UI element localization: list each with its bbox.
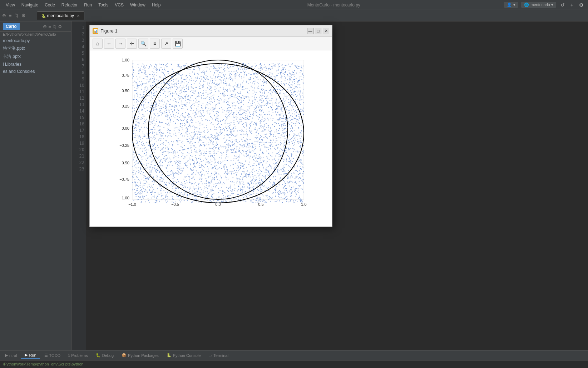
sidebar-globe-icon[interactable]: ⊕ [43,24,47,29]
bottom-tabs: ▶ ntrol ▶ Run ☰ TODO ℹ Problems 🐛 Debug … [0,350,588,360]
figure-plot-area: 1.00 0.75 0.50 0.25 0.00 −0.25 −0.50 −0.… [90,50,332,227]
bottom-tab-python-packages-label: Python Packages [128,353,159,358]
menubar-left: View Navigate Code Refactor Run Tools VC… [3,1,163,9]
main-layout: Carlo ⊕ ≡ ⇅ ⚙ — E:\PythonWork\Temp\Mento… [0,21,588,350]
control-icon: ▶ [5,353,8,358]
refresh-icon[interactable]: ↺ [559,1,566,9]
figure-titlebar: 📊 Figure 1 — □ ✕ [90,25,332,37]
figure-title-left: 📊 Figure 1 [93,28,118,34]
figure-toolbar: ⌂ ← → ✛ 🔍 ≡ ↗ 💾 [90,37,332,50]
bottom-tab-control-label: ntrol [9,353,17,358]
menu-view[interactable]: View [3,1,18,9]
menu-help[interactable]: Help [149,1,164,9]
tab-file-icon: 🐍 [41,14,46,18]
plot-canvas [111,60,311,224]
bottom-tab-python-console[interactable]: 🐍 Python Console [163,352,204,359]
bottom-tab-problems[interactable]: ℹ Problems [65,352,91,359]
plus-icon[interactable]: + [569,1,575,9]
figure-scale-button[interactable]: ↗ [161,39,171,49]
sidebar-item-mentocarlo[interactable]: mentocarlo.py [0,37,71,44]
python-console-icon: 🐍 [167,353,172,358]
python-packages-icon: 📦 [122,353,127,358]
bottom-content: \PythonWork\Temp\python_env\Scripts\pyth… [0,360,588,368]
app-title: MentoCarlo - mentocarlo.py [307,3,360,8]
line-numbers: 12345 678910 1112131415 1617181920 21222… [71,21,86,350]
bottom-tab-control[interactable]: ▶ ntrol [1,352,20,359]
terminal-icon: ▭ [208,353,212,358]
run-icon: ▶ [25,353,28,357]
bottom-tab-run-label: Run [29,353,36,357]
bottom-panel: ▶ ntrol ▶ Run ☰ TODO ℹ Problems 🐛 Debug … [0,350,588,368]
menubar: View Navigate Code Refactor Run Tools VC… [0,0,588,10]
menu-tools[interactable]: Tools [95,1,111,9]
figure-save-button[interactable]: 💾 [173,39,183,49]
tab-ctrl-minus[interactable]: — [28,12,34,19]
sidebar-minus-icon[interactable]: — [64,24,68,29]
sidebar-list-icon[interactable]: ≡ [48,24,51,29]
terminal-path: \PythonWork\Temp\python_env\Scripts\pyth… [3,362,83,366]
sidebar-split-icon[interactable]: ⇅ [53,24,56,29]
bottom-tab-debug[interactable]: 🐛 Debug [92,352,117,359]
project-label: mentocarlo ▾ [530,3,553,7]
figure-maximize-button[interactable]: □ [315,28,321,34]
project-globe-icon: 🌐 [524,3,529,7]
plot-container: 1.00 0.75 0.50 0.25 0.00 −0.25 −0.50 −0.… [111,56,311,221]
figure-win-controls: — □ ✕ [307,28,329,34]
figure-close-button[interactable]: ✕ [323,28,329,34]
tabbar: ⊕ ≡ ⇅ ⚙ — 🐍 mentocarlo.py ✕ [0,10,588,21]
sidebar-header-icons: ⊕ ≡ ⇅ ⚙ — [43,24,68,29]
figure-forward-button[interactable]: → [115,39,125,49]
menu-window[interactable]: Window [127,1,148,9]
sidebar-item-pptx1[interactable]: 特卡洛.pptx [0,44,71,53]
figure-zoom-button[interactable]: 🔍 [138,39,148,49]
tab-ctrl-split[interactable]: ⇅ [14,12,19,19]
menu-code[interactable]: Code [42,1,58,9]
account-button[interactable]: 👤 ▾ [504,2,518,8]
sidebar: Carlo ⊕ ≡ ⇅ ⚙ — E:\PythonWork\Temp\Mento… [0,21,71,350]
bottom-tab-problems-label: Problems [71,353,88,358]
bottom-tab-terminal-label: Terminal [213,353,228,358]
figure-pan-button[interactable]: ✛ [127,39,137,49]
sidebar-header: Carlo ⊕ ≡ ⇅ ⚙ — [0,21,71,32]
figure-minimize-button[interactable]: — [307,28,313,34]
figure-home-button[interactable]: ⌂ [93,39,103,49]
tab-ctrl-globe[interactable]: ⊕ [1,12,7,19]
bottom-tab-python-console-label: Python Console [173,353,201,358]
project-button[interactable]: 🌐 mentocarlo ▾ [521,2,556,8]
bottom-tab-terminal[interactable]: ▭ Terminal [205,352,232,359]
tab-label: mentocarlo.py [47,13,74,18]
figure-title-label: Figure 1 [100,28,118,34]
editor-area: 12345 678910 1112131415 1617181920 21222… [71,21,588,350]
sidebar-item-consoles[interactable]: es and Consoles [0,68,71,75]
bottom-tab-run[interactable]: ▶ Run [21,352,40,359]
sidebar-gear-icon[interactable]: ⚙ [58,24,62,29]
sidebar-item-pptx2[interactable]: 卡洛.pptx [0,53,71,61]
figure-back-button[interactable]: ← [104,39,114,49]
tab-close-icon[interactable]: ✕ [77,14,80,18]
tab-ctrl-list[interactable]: ≡ [8,12,13,19]
bottom-tab-debug-label: Debug [102,353,114,358]
menu-vcs[interactable]: VCS [112,1,127,9]
bottom-tab-python-packages[interactable]: 📦 Python Packages [118,352,162,359]
problems-icon: ℹ [68,353,70,358]
menu-run[interactable]: Run [81,1,95,9]
bottom-tab-todo-label: TODO [49,353,61,358]
figure-title-icon: 📊 [93,28,98,34]
account-icon: 👤 [507,3,512,7]
sidebar-project-path: E:\PythonWork\Temp\MentoCarlo [0,32,71,37]
figure-settings-button[interactable]: ≡ [150,39,160,49]
bottom-tab-todo[interactable]: ☰ TODO [41,352,64,359]
sidebar-item-libraries[interactable]: l Libraries [0,61,71,68]
tab-controls: ⊕ ≡ ⇅ ⚙ — [1,12,34,19]
figure-window: 📊 Figure 1 — □ ✕ ⌂ ← → ✛ 🔍 ≡ ↗ 💾 [89,25,332,227]
tab-ctrl-settings[interactable]: ⚙ [21,12,26,19]
todo-icon: ☰ [44,353,48,358]
sidebar-project-name[interactable]: Carlo [3,23,20,30]
menu-navigate[interactable]: Navigate [19,1,41,9]
debug-icon: 🐛 [96,353,101,358]
menu-refactor[interactable]: Refactor [59,1,80,9]
menubar-right: 👤 ▾ 🌐 mentocarlo ▾ ↺ + ⚙ [504,1,585,9]
settings-icon[interactable]: ⚙ [578,1,585,9]
account-chevron: ▾ [513,3,515,7]
tab-mentocarlo[interactable]: 🐍 mentocarlo.py ✕ [37,11,84,20]
